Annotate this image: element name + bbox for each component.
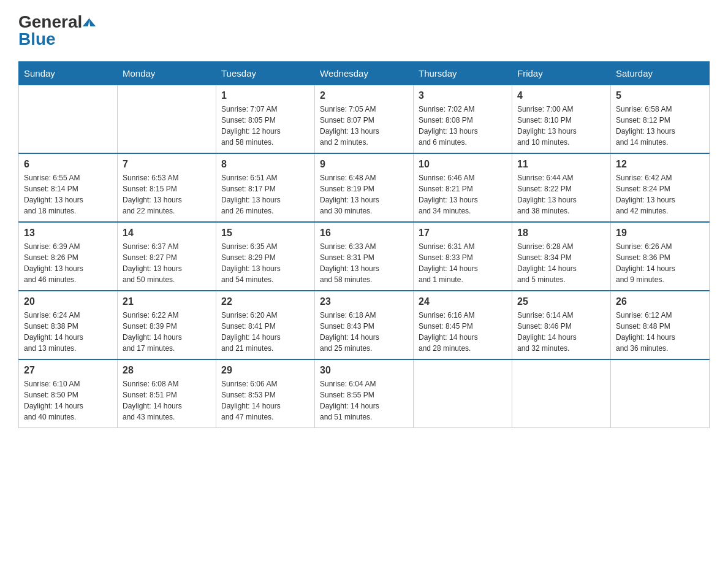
calendar-cell: 17Sunrise: 6:31 AM Sunset: 8:33 PM Dayli… xyxy=(414,222,512,291)
calendar-cell: 27Sunrise: 6:10 AM Sunset: 8:50 PM Dayli… xyxy=(19,359,118,428)
calendar-cell: 9Sunrise: 6:48 AM Sunset: 8:19 PM Daylig… xyxy=(315,153,414,222)
day-number: 27 xyxy=(24,365,112,376)
weekday-header-saturday: Saturday xyxy=(611,62,710,85)
calendar-cell: 1Sunrise: 7:07 AM Sunset: 8:05 PM Daylig… xyxy=(216,85,315,154)
calendar-week-row: 6Sunrise: 6:55 AM Sunset: 8:14 PM Daylig… xyxy=(19,153,710,222)
calendar-week-row: 13Sunrise: 6:39 AM Sunset: 8:26 PM Dayli… xyxy=(19,222,710,291)
day-number: 16 xyxy=(320,228,408,239)
day-number: 23 xyxy=(320,296,408,307)
day-info: Sunrise: 6:28 AM Sunset: 8:34 PM Dayligh… xyxy=(517,241,605,285)
day-info: Sunrise: 7:00 AM Sunset: 8:10 PM Dayligh… xyxy=(517,104,605,148)
day-number: 9 xyxy=(320,159,408,170)
calendar-week-row: 27Sunrise: 6:10 AM Sunset: 8:50 PM Dayli… xyxy=(19,359,710,428)
day-number: 4 xyxy=(517,90,605,101)
weekday-header-thursday: Thursday xyxy=(414,62,512,85)
day-info: Sunrise: 6:51 AM Sunset: 8:17 PM Dayligh… xyxy=(221,172,309,216)
day-info: Sunrise: 6:42 AM Sunset: 8:24 PM Dayligh… xyxy=(616,172,704,216)
day-number: 28 xyxy=(123,365,211,376)
day-number: 1 xyxy=(221,90,309,101)
calendar-cell: 18Sunrise: 6:28 AM Sunset: 8:34 PM Dayli… xyxy=(512,222,611,291)
calendar-cell: 24Sunrise: 6:16 AM Sunset: 8:45 PM Dayli… xyxy=(414,291,512,359)
day-info: Sunrise: 6:12 AM Sunset: 8:48 PM Dayligh… xyxy=(616,310,704,354)
calendar-week-row: 1Sunrise: 7:07 AM Sunset: 8:05 PM Daylig… xyxy=(19,85,710,154)
logo-triangle2-icon xyxy=(89,18,96,26)
day-number: 26 xyxy=(616,296,704,307)
weekday-header-monday: Monday xyxy=(118,62,216,85)
calendar-cell: 29Sunrise: 6:06 AM Sunset: 8:53 PM Dayli… xyxy=(216,359,315,428)
day-number: 19 xyxy=(616,228,704,239)
day-info: Sunrise: 6:24 AM Sunset: 8:38 PM Dayligh… xyxy=(24,310,112,354)
weekday-header-wednesday: Wednesday xyxy=(315,62,414,85)
day-number: 30 xyxy=(320,365,408,376)
day-info: Sunrise: 6:58 AM Sunset: 8:12 PM Dayligh… xyxy=(616,104,704,148)
calendar-cell: 11Sunrise: 6:44 AM Sunset: 8:22 PM Dayli… xyxy=(512,153,611,222)
day-number: 8 xyxy=(221,159,309,170)
calendar-cell: 16Sunrise: 6:33 AM Sunset: 8:31 PM Dayli… xyxy=(315,222,414,291)
day-number: 3 xyxy=(419,90,507,101)
day-info: Sunrise: 6:16 AM Sunset: 8:45 PM Dayligh… xyxy=(419,310,507,354)
calendar-cell: 6Sunrise: 6:55 AM Sunset: 8:14 PM Daylig… xyxy=(19,153,118,222)
day-info: Sunrise: 6:10 AM Sunset: 8:50 PM Dayligh… xyxy=(24,378,112,423)
day-info: Sunrise: 6:06 AM Sunset: 8:53 PM Dayligh… xyxy=(221,378,309,423)
day-info: Sunrise: 6:04 AM Sunset: 8:55 PM Dayligh… xyxy=(320,378,408,423)
weekday-header-tuesday: Tuesday xyxy=(216,62,315,85)
calendar-cell xyxy=(19,85,118,154)
calendar-cell xyxy=(118,85,216,154)
calendar-cell xyxy=(414,359,512,428)
calendar-cell: 15Sunrise: 6:35 AM Sunset: 8:29 PM Dayli… xyxy=(216,222,315,291)
page-header: General Blue xyxy=(18,12,710,49)
day-info: Sunrise: 6:31 AM Sunset: 8:33 PM Dayligh… xyxy=(419,241,507,285)
day-number: 15 xyxy=(221,228,309,239)
calendar-cell: 22Sunrise: 6:20 AM Sunset: 8:41 PM Dayli… xyxy=(216,291,315,359)
day-number: 11 xyxy=(517,159,605,170)
day-info: Sunrise: 6:33 AM Sunset: 8:31 PM Dayligh… xyxy=(320,241,408,285)
calendar-cell: 23Sunrise: 6:18 AM Sunset: 8:43 PM Dayli… xyxy=(315,291,414,359)
day-info: Sunrise: 6:46 AM Sunset: 8:21 PM Dayligh… xyxy=(419,172,507,216)
day-number: 21 xyxy=(123,296,211,307)
calendar-cell: 2Sunrise: 7:05 AM Sunset: 8:07 PM Daylig… xyxy=(315,85,414,154)
weekday-header-friday: Friday xyxy=(512,62,611,85)
day-info: Sunrise: 6:20 AM Sunset: 8:41 PM Dayligh… xyxy=(221,310,309,354)
day-info: Sunrise: 6:48 AM Sunset: 8:19 PM Dayligh… xyxy=(320,172,408,216)
calendar-cell: 8Sunrise: 6:51 AM Sunset: 8:17 PM Daylig… xyxy=(216,153,315,222)
calendar-cell: 13Sunrise: 6:39 AM Sunset: 8:26 PM Dayli… xyxy=(19,222,118,291)
day-number: 10 xyxy=(419,159,507,170)
calendar-cell: 7Sunrise: 6:53 AM Sunset: 8:15 PM Daylig… xyxy=(118,153,216,222)
calendar-cell: 5Sunrise: 6:58 AM Sunset: 8:12 PM Daylig… xyxy=(611,85,710,154)
day-info: Sunrise: 6:35 AM Sunset: 8:29 PM Dayligh… xyxy=(221,241,309,285)
weekday-header-sunday: Sunday xyxy=(19,62,118,85)
day-number: 7 xyxy=(123,159,211,170)
calendar-cell: 12Sunrise: 6:42 AM Sunset: 8:24 PM Dayli… xyxy=(611,153,710,222)
calendar-cell: 26Sunrise: 6:12 AM Sunset: 8:48 PM Dayli… xyxy=(611,291,710,359)
day-info: Sunrise: 6:44 AM Sunset: 8:22 PM Dayligh… xyxy=(517,172,605,216)
day-number: 29 xyxy=(221,365,309,376)
day-info: Sunrise: 6:53 AM Sunset: 8:15 PM Dayligh… xyxy=(123,172,211,216)
day-info: Sunrise: 7:07 AM Sunset: 8:05 PM Dayligh… xyxy=(221,104,309,148)
calendar-week-row: 20Sunrise: 6:24 AM Sunset: 8:38 PM Dayli… xyxy=(19,291,710,359)
calendar-table: SundayMondayTuesdayWednesdayThursdayFrid… xyxy=(18,61,710,428)
calendar-cell: 4Sunrise: 7:00 AM Sunset: 8:10 PM Daylig… xyxy=(512,85,611,154)
calendar-cell: 3Sunrise: 7:02 AM Sunset: 8:08 PM Daylig… xyxy=(414,85,512,154)
day-number: 22 xyxy=(221,296,309,307)
day-info: Sunrise: 7:02 AM Sunset: 8:08 PM Dayligh… xyxy=(419,104,507,148)
calendar-cell: 19Sunrise: 6:26 AM Sunset: 8:36 PM Dayli… xyxy=(611,222,710,291)
day-info: Sunrise: 6:18 AM Sunset: 8:43 PM Dayligh… xyxy=(320,310,408,354)
calendar-cell: 10Sunrise: 6:46 AM Sunset: 8:21 PM Dayli… xyxy=(414,153,512,222)
calendar-cell: 14Sunrise: 6:37 AM Sunset: 8:27 PM Dayli… xyxy=(118,222,216,291)
calendar-header-row: SundayMondayTuesdayWednesdayThursdayFrid… xyxy=(19,62,710,85)
calendar-cell: 21Sunrise: 6:22 AM Sunset: 8:39 PM Dayli… xyxy=(118,291,216,359)
calendar-cell: 28Sunrise: 6:08 AM Sunset: 8:51 PM Dayli… xyxy=(118,359,216,428)
day-number: 6 xyxy=(24,159,112,170)
calendar-cell: 20Sunrise: 6:24 AM Sunset: 8:38 PM Dayli… xyxy=(19,291,118,359)
day-info: Sunrise: 6:22 AM Sunset: 8:39 PM Dayligh… xyxy=(123,310,211,354)
day-number: 17 xyxy=(419,228,507,239)
calendar-cell: 30Sunrise: 6:04 AM Sunset: 8:55 PM Dayli… xyxy=(315,359,414,428)
day-info: Sunrise: 6:26 AM Sunset: 8:36 PM Dayligh… xyxy=(616,241,704,285)
day-number: 24 xyxy=(419,296,507,307)
logo-blue-word: Blue xyxy=(18,29,95,49)
day-number: 12 xyxy=(616,159,704,170)
day-number: 13 xyxy=(24,228,112,239)
day-number: 2 xyxy=(320,90,408,101)
logo: General Blue xyxy=(18,12,95,49)
day-info: Sunrise: 6:37 AM Sunset: 8:27 PM Dayligh… xyxy=(123,241,211,285)
